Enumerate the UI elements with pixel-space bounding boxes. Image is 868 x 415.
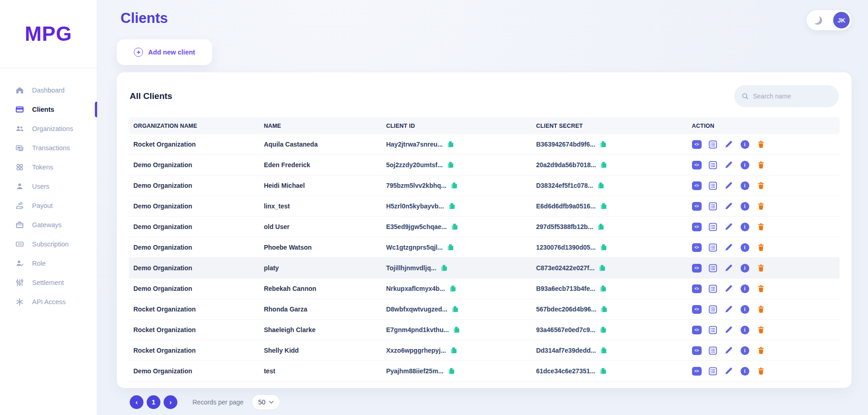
copy-client-id-button[interactable]	[447, 161, 454, 169]
edit-button[interactable]	[724, 160, 734, 170]
sidebar-item-clients[interactable]: Clients	[0, 100, 97, 119]
view-code-button[interactable]: <>	[692, 284, 702, 294]
delete-button[interactable]	[756, 305, 766, 314]
delete-button[interactable]	[756, 140, 766, 149]
details-button[interactable]	[708, 243, 718, 252]
sidebar-item-gateways[interactable]: Gateways	[0, 215, 97, 235]
edit-button[interactable]	[724, 222, 734, 232]
details-button[interactable]	[708, 160, 718, 170]
view-code-button[interactable]: <>	[692, 181, 702, 191]
copy-client-id-button[interactable]	[448, 367, 455, 375]
edit-button[interactable]	[724, 140, 734, 149]
copy-client-id-button[interactable]	[448, 202, 456, 210]
info-button[interactable]: i	[740, 284, 750, 294]
info-button[interactable]: i	[740, 305, 750, 314]
edit-button[interactable]	[724, 366, 734, 376]
info-button[interactable]: i	[740, 181, 750, 191]
delete-button[interactable]	[756, 181, 766, 191]
info-button[interactable]: i	[740, 140, 750, 149]
edit-button[interactable]	[724, 305, 734, 314]
copy-client-id-button[interactable]	[451, 306, 459, 313]
details-button[interactable]	[708, 181, 718, 191]
copy-client-id-button[interactable]	[450, 347, 457, 354]
details-button[interactable]	[708, 202, 718, 211]
delete-button[interactable]	[756, 366, 766, 376]
delete-button[interactable]	[756, 243, 766, 252]
view-code-button[interactable]: <>	[692, 263, 702, 273]
copy-client-secret-button[interactable]	[597, 223, 604, 230]
sidebar-item-subscription[interactable]: 100 Subscription	[0, 235, 97, 254]
view-code-button[interactable]: <>	[692, 160, 702, 170]
add-new-client-button[interactable]: + Add new client	[117, 39, 212, 65]
dark-mode-toggle-moon-icon[interactable]	[813, 16, 822, 25]
records-per-page-select[interactable]: 50	[252, 394, 280, 410]
copy-client-id-button[interactable]	[453, 326, 460, 333]
info-button[interactable]: i	[740, 366, 750, 376]
copy-client-id-button[interactable]	[447, 141, 454, 148]
info-button[interactable]: i	[740, 325, 750, 335]
details-button[interactable]	[708, 346, 718, 355]
copy-client-id-button[interactable]	[440, 264, 448, 272]
edit-button[interactable]	[724, 181, 734, 191]
copy-client-id-button[interactable]	[447, 244, 454, 251]
view-code-button[interactable]: <>	[692, 140, 702, 149]
edit-button[interactable]	[724, 325, 734, 335]
copy-client-secret-button[interactable]	[599, 285, 607, 292]
edit-button[interactable]	[724, 202, 734, 211]
edit-button[interactable]	[724, 263, 734, 273]
info-button[interactable]: i	[740, 202, 750, 211]
details-button[interactable]	[708, 140, 718, 149]
sidebar-item-role[interactable]: Role	[0, 254, 97, 273]
copy-client-id-button[interactable]	[449, 285, 456, 292]
details-button[interactable]	[708, 325, 718, 335]
details-button[interactable]	[708, 284, 718, 294]
copy-client-secret-button[interactable]	[599, 141, 607, 148]
prev-page-button[interactable]: ‹	[130, 395, 143, 409]
view-code-button[interactable]: <>	[692, 243, 702, 252]
details-button[interactable]	[708, 263, 718, 273]
sidebar-item-settlement[interactable]: Settlement	[0, 273, 97, 292]
sidebar-item-transactions[interactable]: Transactions	[0, 138, 97, 158]
copy-client-secret-button[interactable]	[599, 264, 606, 272]
view-code-button[interactable]: <>	[692, 325, 702, 335]
delete-button[interactable]	[756, 160, 766, 170]
copy-client-secret-button[interactable]	[600, 161, 607, 169]
view-code-button[interactable]: <>	[692, 222, 702, 232]
copy-client-secret-button[interactable]	[600, 347, 607, 354]
sidebar-item-users[interactable]: Users	[0, 177, 97, 196]
details-button[interactable]	[708, 366, 718, 376]
edit-button[interactable]	[724, 284, 734, 294]
avatar[interactable]: JK	[833, 12, 850, 28]
edit-button[interactable]	[724, 346, 734, 355]
copy-client-secret-button[interactable]	[597, 182, 604, 189]
sidebar-item-api-access[interactable]: API Access	[0, 292, 97, 311]
delete-button[interactable]	[756, 284, 766, 294]
sidebar-item-organizations[interactable]: Organizations	[0, 119, 97, 138]
delete-button[interactable]	[756, 222, 766, 232]
copy-client-id-button[interactable]	[451, 223, 458, 230]
copy-client-secret-button[interactable]	[600, 244, 607, 251]
details-button[interactable]	[708, 305, 718, 314]
info-button[interactable]: i	[740, 263, 750, 273]
sidebar-item-tokens[interactable]: Tokens	[0, 158, 97, 177]
copy-client-secret-button[interactable]	[599, 367, 607, 375]
copy-client-secret-button[interactable]	[600, 202, 607, 210]
delete-button[interactable]	[756, 202, 766, 211]
delete-button[interactable]	[756, 263, 766, 273]
sidebar-item-payout[interactable]: Payout	[0, 196, 97, 215]
info-button[interactable]: i	[740, 346, 750, 355]
edit-button[interactable]	[724, 243, 734, 252]
copy-client-id-button[interactable]	[450, 182, 458, 189]
info-button[interactable]: i	[740, 160, 750, 170]
info-button[interactable]: i	[740, 222, 750, 232]
view-code-button[interactable]: <>	[692, 346, 702, 355]
info-button[interactable]: i	[740, 243, 750, 252]
copy-client-secret-button[interactable]	[599, 326, 607, 333]
view-code-button[interactable]: <>	[692, 202, 702, 211]
sidebar-item-dashboard[interactable]: Dashboard	[0, 81, 97, 100]
current-page-button[interactable]: 1	[147, 395, 160, 409]
view-code-button[interactable]: <>	[692, 305, 702, 314]
details-button[interactable]	[708, 222, 718, 232]
search-input[interactable]	[753, 93, 831, 100]
copy-client-secret-button[interactable]	[600, 306, 608, 313]
